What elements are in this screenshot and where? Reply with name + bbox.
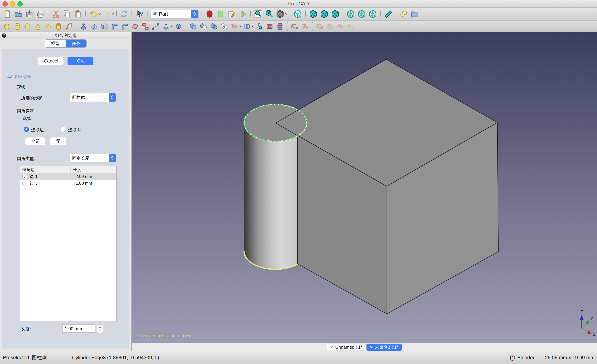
fit-all-button[interactable] [252,8,264,20]
view-left-button[interactable] [367,8,378,20]
view-right-button[interactable] [330,8,341,20]
workbench-selector-dropdown[interactable]: Part [150,10,198,18]
fillet-type-dropdown[interactable]: 固定长度 [70,154,116,162]
boolean-button[interactable] [188,21,198,32]
draw-style-menu-chevron-icon[interactable] [285,12,288,16]
create-group-button[interactable] [409,8,420,20]
measure-linear-button[interactable] [290,21,300,32]
measure-toggle-3d-button[interactable] [335,21,346,32]
cut-button[interactable] [50,8,61,20]
primitive-sphere-button[interactable] [22,21,33,32]
edge-length-cell[interactable]: 2.00 mm [73,174,116,179]
print-document-button[interactable] [35,8,46,20]
undo-button[interactable] [88,8,99,20]
window-title: FreeCAD [0,0,597,8]
cross-sections-button[interactable] [275,21,285,32]
edge-checkbox[interactable] [22,181,27,186]
ok-button[interactable]: OK [68,57,93,65]
make-face-from-wires-button[interactable] [130,21,140,32]
save-document-button[interactable] [24,8,35,20]
view-bottom-button[interactable] [356,8,367,20]
document-tab-2[interactable]: ×未命名1 : 1* [367,344,402,351]
macro-edit-button[interactable] [226,8,237,20]
table-row[interactable]: ✓边 12.00 mm [20,173,116,180]
macro-stop-button[interactable] [215,8,226,20]
check-geometry-button[interactable] [254,21,265,32]
extrude-button[interactable] [78,21,89,32]
primitive-cone-button[interactable] [33,21,43,32]
close-tab-icon[interactable]: × [370,344,373,350]
split-features-button[interactable] [242,21,252,32]
sweep-button[interactable] [150,21,161,32]
toolbar-separator [343,10,343,18]
boolean-union-button[interactable] [209,21,219,32]
chamfer-edges-table[interactable]: 倒角边 长度 ✓边 12.00 mm边 31.00 mm [20,166,117,321]
select-edges-radio[interactable] [24,127,29,132]
panel-tab-model[interactable]: 模型 [45,40,66,47]
edge-checkbox[interactable]: ✓ [22,174,27,179]
fillet-button[interactable] [109,21,120,32]
3d-scene[interactable]: Z Y X [132,32,597,343]
revolve-button[interactable] [89,21,99,32]
3d-viewport[interactable]: Z Y X 19295.5 ms / 0.1 fps ×Unnamed : 1*… [132,32,597,351]
primitive-cylinder-icon [13,22,21,30]
offset-menu-chevron-icon[interactable] [170,25,173,28]
cylinder-body[interactable] [244,123,298,269]
view-front-button[interactable] [308,8,319,20]
view-isometric-button[interactable] [292,8,303,20]
measure-toggle-all-button[interactable] [325,21,335,32]
panel-tab-tasks[interactable]: 任务 [66,40,86,47]
select-faces-radio[interactable] [61,127,66,132]
measure-angular-button[interactable] [300,21,310,32]
panel-tabs: 模型任务 [0,39,131,48]
selected-shape-dropdown[interactable]: 圆柱体 [70,93,116,102]
measure-annotation-button[interactable] [314,21,325,32]
create-primitives-button[interactable] [64,21,74,32]
create-part-button[interactable] [398,8,409,20]
primitive-torus-button[interactable] [43,21,53,32]
view-top-button[interactable] [319,8,330,20]
boolean-intersection-icon [220,22,228,30]
defeaturing-button[interactable] [265,21,275,32]
draw-style-button[interactable] [275,8,286,20]
length-input[interactable]: 1.00 mm [62,324,95,333]
redo-button[interactable] [101,8,112,20]
refresh-button[interactable] [118,8,130,20]
close-tab-icon[interactable]: × [330,344,333,350]
cancel-button[interactable]: Cancel [38,57,64,65]
offset-button[interactable] [161,21,171,32]
select-all-button[interactable]: 全部 [25,137,46,145]
measure-distance-button[interactable] [383,8,394,20]
whats-this-button[interactable]: ? [134,8,145,20]
view-rear-button[interactable] [345,8,356,20]
select-none-button[interactable]: 无 [50,137,67,145]
primitive-cylinder-button[interactable] [12,21,22,32]
new-document-button[interactable] [2,8,13,20]
thickness-button[interactable] [173,21,184,32]
undo-menu-chevron-icon[interactable] [98,12,101,16]
join-features-button[interactable] [229,21,240,32]
undock-panel-icon[interactable] [2,33,6,38]
zoom-to-selection-button[interactable] [264,8,275,20]
boolean-intersection-button[interactable] [219,21,229,32]
length-stepper[interactable] [97,324,103,333]
mirror-button[interactable] [99,21,109,32]
document-tab-1[interactable]: ×Unnamed : 1* [327,344,366,351]
measure-toggle-delta-button[interactable] [346,21,356,32]
macro-execute-button[interactable] [237,8,248,20]
copy-button[interactable] [61,8,72,20]
join-features-menu-chevron-icon[interactable] [239,25,242,28]
view-bottom-icon [357,9,366,19]
split-features-menu-chevron-icon[interactable] [251,25,254,28]
primitive-box-button[interactable] [2,21,12,32]
paste-button[interactable] [72,8,83,20]
navigation-style[interactable]: Blender [510,351,534,364]
macro-record-button[interactable] [204,8,215,20]
chamfer-button[interactable] [120,21,130,32]
table-row[interactable]: 边 31.00 mm [20,180,116,187]
edge-length-cell[interactable]: 1.00 mm [73,181,116,186]
loft-button[interactable] [140,21,150,32]
create-tube-button[interactable] [53,21,64,32]
open-document-button[interactable] [13,8,24,20]
boolean-cut-button[interactable] [198,21,209,32]
